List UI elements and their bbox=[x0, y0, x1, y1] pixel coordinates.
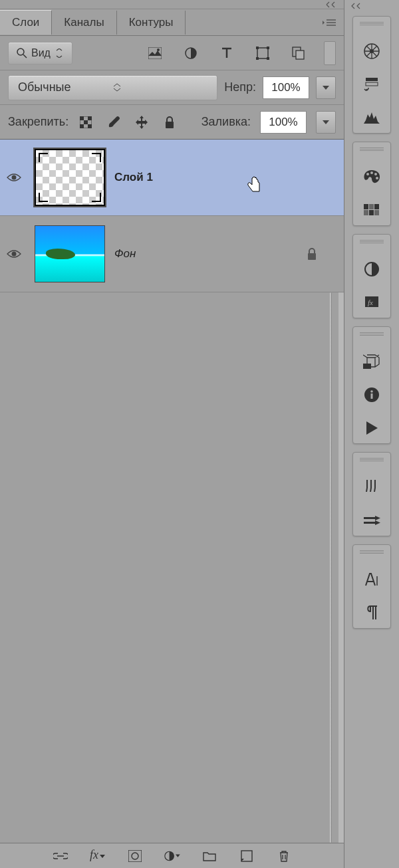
layer-row[interactable]: Фон bbox=[0, 216, 344, 292]
dock-group-6 bbox=[352, 544, 391, 629]
filter-adjustment-icon[interactable] bbox=[183, 45, 199, 61]
fill-label[interactable]: Заливка: bbox=[201, 115, 251, 129]
right-dock: fx bbox=[344, 0, 399, 868]
svg-rect-10 bbox=[296, 51, 304, 59]
histogram-icon[interactable] bbox=[362, 108, 382, 128]
layers-list: Слой 1 Фон bbox=[0, 140, 344, 292]
delete-layer-icon[interactable] bbox=[276, 848, 292, 864]
new-layer-icon[interactable] bbox=[239, 848, 255, 864]
layer-name[interactable]: Фон bbox=[114, 247, 136, 261]
layer-name[interactable]: Слой 1 bbox=[114, 171, 153, 184]
lock-pixels-brush-icon[interactable] bbox=[106, 114, 122, 130]
filter-pixel-icon[interactable] bbox=[147, 45, 163, 61]
svg-rect-27 bbox=[366, 78, 378, 81]
filter-kind-label: Вид bbox=[31, 47, 51, 59]
add-mask-icon[interactable] bbox=[127, 848, 143, 864]
swatches-icon[interactable] bbox=[362, 200, 382, 220]
blend-mode-row: Обычные Непр: 100% bbox=[0, 70, 344, 105]
svg-rect-4 bbox=[257, 48, 268, 58]
svg-point-30 bbox=[370, 171, 373, 174]
visibility-eye-icon[interactable] bbox=[7, 172, 25, 183]
navigator-icon[interactable] bbox=[362, 41, 382, 61]
link-layers-icon[interactable] bbox=[53, 848, 68, 864]
lock-transparency-icon[interactable] bbox=[78, 114, 94, 130]
opacity-value[interactable]: 100% bbox=[263, 76, 309, 99]
filter-text-icon[interactable] bbox=[219, 45, 235, 61]
expand-collapse-icon[interactable] bbox=[325, 1, 337, 9]
svg-rect-14 bbox=[84, 120, 88, 124]
svg-rect-37 bbox=[369, 210, 374, 215]
tab-channels[interactable]: Каналы bbox=[52, 11, 116, 35]
paragraph-icon[interactable] bbox=[362, 603, 382, 623]
visibility-eye-icon[interactable] bbox=[7, 249, 25, 259]
panel-header bbox=[0, 0, 344, 9]
fill-value[interactable]: 100% bbox=[260, 111, 307, 134]
grip-icon[interactable] bbox=[360, 550, 384, 554]
svg-rect-17 bbox=[166, 122, 174, 128]
svg-point-29 bbox=[366, 173, 369, 175]
svg-rect-45 bbox=[371, 393, 373, 399]
blend-mode-value: Обычные bbox=[18, 80, 113, 94]
dock-group-4 bbox=[352, 326, 391, 444]
filter-row: Вид bbox=[0, 36, 344, 70]
tab-layers[interactable]: Слои bbox=[0, 10, 52, 35]
filter-shape-icon[interactable] bbox=[255, 45, 271, 61]
layer-thumbnail[interactable] bbox=[35, 149, 105, 206]
svg-point-31 bbox=[374, 173, 377, 175]
layers-bottom-toolbar: fx bbox=[0, 843, 344, 868]
info-icon[interactable] bbox=[362, 385, 382, 405]
brushes-icon[interactable] bbox=[362, 477, 382, 497]
cursor-hand-icon bbox=[246, 175, 262, 194]
grip-icon[interactable] bbox=[360, 332, 384, 336]
panel-flyout-menu-icon[interactable] bbox=[315, 19, 344, 27]
filter-toggle[interactable] bbox=[324, 41, 336, 65]
character-icon[interactable] bbox=[362, 570, 382, 590]
filter-kind-dropdown[interactable]: Вид bbox=[8, 42, 72, 64]
svg-point-2 bbox=[157, 49, 160, 51]
svg-rect-7 bbox=[256, 57, 259, 60]
tool-presets-icon[interactable] bbox=[362, 510, 382, 530]
grip-icon[interactable] bbox=[360, 22, 384, 25]
layer-thumbnail[interactable] bbox=[35, 225, 105, 282]
svg-point-44 bbox=[370, 390, 373, 393]
tab-paths[interactable]: Контуры bbox=[117, 11, 186, 35]
grip-icon[interactable] bbox=[360, 148, 384, 151]
layers-empty-area[interactable] bbox=[0, 292, 344, 843]
dock-collapse-icon[interactable] bbox=[344, 3, 399, 12]
play-icon[interactable] bbox=[362, 418, 382, 438]
svg-rect-36 bbox=[364, 210, 368, 215]
opacity-label[interactable]: Непр: bbox=[224, 80, 256, 94]
fill-slider-toggle[interactable] bbox=[316, 111, 336, 134]
layer-effects-icon[interactable]: fx bbox=[90, 848, 106, 864]
layers-panel: Слои Каналы Контуры Вид bbox=[0, 0, 344, 868]
history-icon[interactable] bbox=[362, 74, 382, 94]
lock-all-icon[interactable] bbox=[162, 114, 178, 130]
svg-point-0 bbox=[17, 49, 24, 55]
filter-smartobject-icon[interactable] bbox=[291, 45, 307, 61]
opacity-slider-toggle[interactable] bbox=[316, 76, 336, 99]
svg-point-26 bbox=[370, 49, 374, 53]
layer-row[interactable]: Слой 1 bbox=[0, 140, 344, 216]
grip-icon[interactable] bbox=[360, 240, 384, 243]
svg-rect-46 bbox=[364, 517, 375, 519]
blend-mode-select[interactable]: Обычные bbox=[8, 75, 217, 100]
3d-icon[interactable] bbox=[362, 352, 382, 372]
adjustments-icon[interactable] bbox=[362, 259, 382, 279]
svg-rect-20 bbox=[308, 253, 316, 260]
dock-group-2 bbox=[352, 142, 391, 226]
svg-rect-13 bbox=[88, 116, 92, 120]
color-icon[interactable] bbox=[362, 167, 382, 187]
grip-icon[interactable] bbox=[360, 458, 384, 461]
new-adjustment-layer-icon[interactable] bbox=[164, 848, 180, 864]
svg-rect-15 bbox=[80, 124, 84, 128]
layer-locked-icon[interactable] bbox=[307, 248, 317, 260]
new-group-icon[interactable] bbox=[201, 848, 217, 864]
svg-rect-8 bbox=[267, 57, 269, 60]
lock-position-icon[interactable] bbox=[134, 114, 150, 130]
svg-rect-33 bbox=[364, 204, 368, 209]
svg-rect-35 bbox=[374, 204, 379, 209]
dock-group-3: fx bbox=[352, 234, 391, 318]
svg-text:fx: fx bbox=[368, 298, 373, 306]
tabs-row: Слои Каналы Контуры bbox=[0, 9, 344, 36]
styles-icon[interactable]: fx bbox=[362, 292, 382, 312]
